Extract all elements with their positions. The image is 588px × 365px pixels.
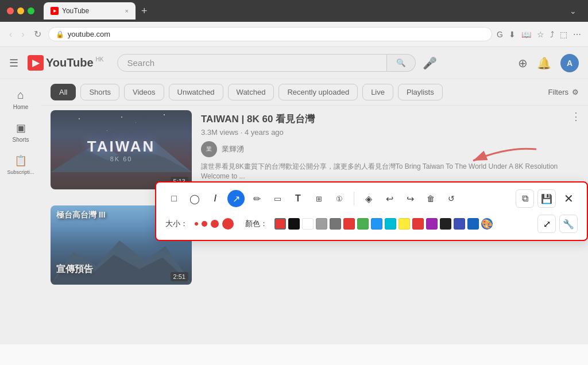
filter-live[interactable]: Live xyxy=(362,84,393,100)
copy-button[interactable]: ⧉ xyxy=(516,189,534,208)
tab-close-button[interactable]: × xyxy=(125,7,129,14)
annotation-toolbar: □ ◯ / ↗ ✏ ▭ T ⊞ ① ◈ ↩ ↪ 🗑 ↺ ⧉ 💾 ✕ 大小 xyxy=(155,181,588,241)
swatch-gray2[interactable] xyxy=(330,218,341,230)
tool-rectangle[interactable]: □ xyxy=(165,190,183,207)
close-toolbar-button[interactable]: ✕ xyxy=(559,189,578,208)
microphone-icon[interactable]: 🎤 xyxy=(423,56,437,70)
search-bar[interactable] xyxy=(117,54,387,72)
filters-icon: ⚙ xyxy=(572,88,579,96)
swatch-cyan[interactable] xyxy=(385,218,396,230)
filters-button[interactable]: Filters ⚙ xyxy=(548,88,579,96)
toolbar-right-actions: ⧉ 💾 ✕ xyxy=(516,189,578,208)
window-icon[interactable]: ⬚ xyxy=(560,30,567,39)
search-button[interactable]: 🔍 xyxy=(387,54,416,72)
traffic-lights xyxy=(7,7,34,14)
swatch-indigo[interactable] xyxy=(454,218,465,230)
search-input[interactable] xyxy=(127,58,377,68)
filter-watched[interactable]: Watched xyxy=(228,84,274,100)
tool-text[interactable]: T xyxy=(289,190,307,207)
swatch-yellow[interactable] xyxy=(399,218,410,230)
download-icon[interactable]: ⬇ xyxy=(509,30,516,39)
swatch-darkblue[interactable] xyxy=(467,218,479,230)
browser-tab[interactable]: YouTube × xyxy=(44,2,136,20)
tool-undo[interactable]: ↩ xyxy=(381,190,398,207)
toolbar-bottom-right: ⤢ 🔧 xyxy=(537,215,578,233)
swatch-green[interactable] xyxy=(357,218,369,230)
swatch-red2[interactable] xyxy=(343,218,355,230)
address-bar[interactable]: 🔒 youtube.com xyxy=(48,27,492,41)
home-icon: ⌂ xyxy=(17,88,24,102)
tool-reset[interactable]: ↺ xyxy=(443,190,460,207)
maximize-traffic-light[interactable] xyxy=(28,7,34,14)
sidebar-item-subscriptions[interactable]: 📋 Subscripti... xyxy=(2,150,39,180)
new-tab-button[interactable]: + xyxy=(138,5,151,17)
filter-videos[interactable]: Videos xyxy=(124,84,164,100)
video-meta-0: 3.3M views · 4 years ago xyxy=(201,128,579,137)
tool-grid[interactable]: ⊞ xyxy=(310,190,327,207)
sidebar-item-shorts-label: Shorts xyxy=(13,137,29,143)
size-dot-xl[interactable] xyxy=(222,218,234,230)
shorts-icon: ▣ xyxy=(16,122,26,134)
sidebar-item-home[interactable]: ⌂ Home xyxy=(2,84,39,115)
swatch-red[interactable] xyxy=(274,218,286,230)
filter-unwatched[interactable]: Unwatched xyxy=(169,84,223,100)
close-traffic-light[interactable] xyxy=(7,7,14,14)
tool-number[interactable]: ① xyxy=(331,190,348,207)
size-dots xyxy=(195,218,234,230)
swatch-white[interactable] xyxy=(302,218,314,230)
tool-pen[interactable]: ✏ xyxy=(248,190,265,207)
tab-overflow-button[interactable]: ⌄ xyxy=(570,6,577,15)
refresh-button[interactable]: ↻ xyxy=(32,26,44,42)
forward-button[interactable]: › xyxy=(19,27,26,42)
back-button[interactable]: ‹ xyxy=(7,27,14,42)
hamburger-button[interactable]: ☰ xyxy=(9,57,18,69)
tool-fill[interactable]: ◈ xyxy=(360,190,377,207)
video-more-button-0[interactable]: ⋮ xyxy=(571,110,581,123)
expand-button[interactable]: ⤢ xyxy=(537,215,556,233)
tool-highlight[interactable]: ▭ xyxy=(269,190,286,207)
filter-recently-uploaded[interactable]: Recently uploaded xyxy=(278,84,358,100)
swatch-purple[interactable] xyxy=(426,218,438,230)
swatch-blue[interactable] xyxy=(371,218,382,230)
tool-arrow[interactable]: ↗ xyxy=(227,190,245,207)
sidebar-item-subscriptions-label: Subscripti... xyxy=(7,169,34,175)
sidebar-item-shorts[interactable]: ▣ Shorts xyxy=(2,117,39,147)
mountain-thumb-text: 宣傳預告 xyxy=(56,263,93,275)
swatch-darkgray[interactable] xyxy=(440,218,451,230)
size-dot-sm[interactable] xyxy=(195,222,198,226)
swatch-lightblue[interactable]: 🎨 xyxy=(481,218,493,230)
notifications-bell[interactable]: 🔔 xyxy=(537,56,551,70)
minimize-traffic-light[interactable] xyxy=(17,7,24,14)
search-container: 🔍 xyxy=(117,54,416,72)
reading-mode-icon[interactable]: 📖 xyxy=(521,30,531,39)
save-button[interactable]: 💾 xyxy=(537,189,556,208)
user-avatar[interactable]: A xyxy=(560,54,579,72)
tool-ellipse[interactable]: ◯ xyxy=(186,190,203,207)
bookmark-icon[interactable]: ☆ xyxy=(537,30,544,39)
size-dot-lg[interactable] xyxy=(211,220,219,228)
filter-playlists[interactable]: Playlists xyxy=(398,84,443,100)
tab-favicon xyxy=(51,7,59,15)
size-dot-md[interactable] xyxy=(202,221,207,227)
color-label: 顏色： xyxy=(245,219,268,229)
menu-icon[interactable]: ⋯ xyxy=(573,30,581,39)
youtube-logo[interactable]: ▶ YouTube HK xyxy=(28,55,103,71)
filter-bar: All Shorts Videos Unwatched Watched Rece… xyxy=(41,79,588,106)
swatch-black[interactable] xyxy=(288,218,300,230)
google-icon[interactable]: G xyxy=(497,30,503,39)
swatch-gray1[interactable] xyxy=(316,218,327,230)
tool-redo[interactable]: ↪ xyxy=(401,190,419,207)
video-channel-0: 業 業輝湧 xyxy=(201,141,579,157)
tool-delete[interactable]: 🗑 xyxy=(422,190,439,207)
swatch-red3[interactable] xyxy=(412,218,424,230)
share-icon[interactable]: ⤴ xyxy=(550,30,554,39)
youtube-logo-hk: HK xyxy=(96,56,104,63)
filters-label: Filters xyxy=(548,88,568,96)
settings-button[interactable]: 🔧 xyxy=(559,215,578,233)
upload-button[interactable]: ⊕ xyxy=(518,56,528,70)
channel-name-0: 業輝湧 xyxy=(222,144,244,154)
filter-all[interactable]: All xyxy=(51,84,76,100)
tool-line[interactable]: / xyxy=(207,190,224,207)
filter-shorts[interactable]: Shorts xyxy=(80,84,119,100)
youtube-logo-icon: ▶ xyxy=(28,55,44,71)
